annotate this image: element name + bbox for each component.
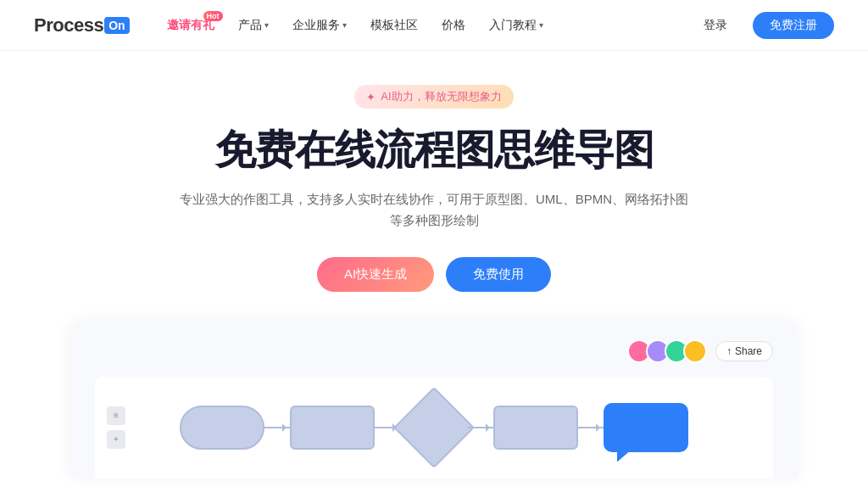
nav-right: 登录 免费注册: [688, 12, 834, 39]
flow-shape-decision: [400, 394, 468, 462]
demo-area: ↑ Share ≡ +: [70, 322, 798, 478]
hot-badge: Hot: [203, 11, 223, 21]
nav-item-pricing[interactable]: 价格: [431, 13, 476, 38]
logo-text: Process: [34, 14, 103, 36]
nav-item-enterprise[interactable]: 企业服务 ▾: [282, 13, 357, 38]
share-button[interactable]: ↑ Share: [715, 341, 773, 361]
nav-item-tutorial[interactable]: 入门教程 ▾: [479, 13, 554, 38]
connector-arrow: [468, 427, 493, 428]
ai-generate-button[interactable]: AI快速生成: [317, 257, 434, 292]
login-button[interactable]: 登录: [688, 12, 743, 39]
shape-rounded-rect: [180, 406, 264, 450]
logo-box: On: [104, 17, 129, 34]
chevron-down-icon: ▾: [342, 20, 347, 30]
avatar: [683, 339, 707, 363]
flow-shape-process: [290, 406, 375, 450]
shape-diamond: [393, 387, 475, 468]
connector-arrow: [264, 427, 290, 428]
diagram-canvas: ≡ +: [95, 377, 773, 478]
logo[interactable]: Process On: [34, 14, 130, 36]
hero-subtitle: 专业强大的作图工具，支持多人实时在线协作，可用于原型图、UML、BPMN、网络拓…: [180, 188, 688, 232]
diagram-left-tools: ≡ +: [107, 406, 125, 449]
hero-title: 免费在线流程图思维导图: [215, 126, 654, 175]
navbar: Process On 邀请有礼 Hot 产品 ▾ 企业服务 ▾ 模板社区 价格 …: [0, 0, 868, 51]
free-use-button[interactable]: 免费使用: [446, 257, 551, 292]
ai-badge: ✦ AI助力，释放无限想象力: [354, 85, 513, 109]
demo-toolbar: ↑ Share: [95, 339, 773, 363]
connector-arrow: [578, 427, 604, 428]
flow-shape-start: [180, 406, 264, 450]
tool-icon[interactable]: ≡: [107, 406, 125, 425]
shape-rect: [493, 406, 578, 450]
tool-icon[interactable]: +: [107, 430, 125, 449]
avatar-group: [627, 339, 707, 363]
chevron-down-icon: ▾: [264, 20, 269, 30]
nav-item-invite[interactable]: 邀请有礼 Hot: [157, 13, 225, 38]
nav-item-templates[interactable]: 模板社区: [360, 13, 428, 38]
nav-links: 邀请有礼 Hot 产品 ▾ 企业服务 ▾ 模板社区 价格 入门教程 ▾: [157, 13, 688, 38]
share-icon: ↑: [726, 345, 732, 357]
chevron-down-icon: ▾: [539, 20, 543, 30]
flow-shape-chat: [604, 403, 688, 452]
nav-item-products[interactable]: 产品 ▾: [228, 13, 279, 38]
sparkle-icon: ✦: [366, 91, 376, 104]
register-button[interactable]: 免费注册: [753, 12, 834, 39]
shape-chat: [604, 403, 688, 452]
hero-section: ✦ AI助力，释放无限想象力 免费在线流程图思维导图 专业强大的作图工具，支持多…: [0, 51, 868, 478]
flow-shape-rect2: [493, 406, 578, 450]
hero-buttons: AI快速生成 免费使用: [317, 257, 551, 292]
shape-rect: [290, 406, 375, 450]
